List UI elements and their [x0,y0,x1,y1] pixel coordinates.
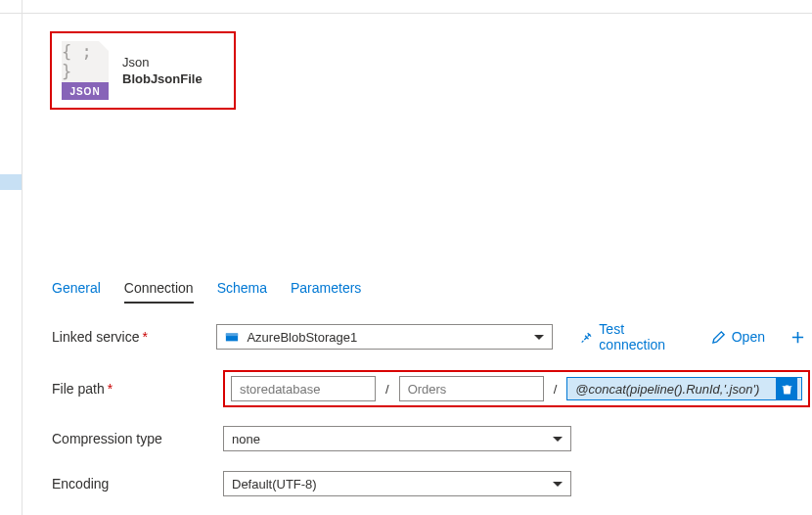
linked-service-select[interactable]: AzureBlobStorage1 [216,324,552,350]
tabs: General Connection Schema Parameters [23,274,812,304]
label-file-path: File path* [52,381,223,397]
main-panel: { ; } JSON Json BlobJsonFile General Con… [23,0,812,515]
dataset-text: Json BlobJsonFile [122,55,203,86]
encoding-select[interactable]: Default(UTF-8) [223,471,571,496]
label-compression: Compression type [52,431,223,446]
row-compression: Compression type none [52,425,812,452]
dataset-name: BlobJsonFile [122,71,203,86]
sidebar-active-marker [0,174,22,190]
tab-schema[interactable]: Schema [217,274,267,304]
json-file-glyph: { ; } [62,41,109,82]
azure-blob-icon [225,330,239,344]
compression-select[interactable]: none [223,426,571,451]
connection-form: Linked service* AzureBlobStorage1 Test c… [23,304,812,515]
sidebar [0,0,23,515]
root: { ; } JSON Json BlobJsonFile General Con… [0,0,812,515]
open-button[interactable]: Open [711,321,765,352]
row-file-path: File path* storedatabase / Orders / @con… [52,370,812,407]
folder-input[interactable]: Orders [399,376,544,401]
test-connection-button[interactable]: Test connection [580,321,686,352]
header-divider [23,0,812,14]
compression-value: none [232,432,260,446]
path-separator: / [554,382,558,397]
linked-service-actions: Test connection Open New [580,321,812,352]
pencil-icon [711,330,726,345]
tab-parameters[interactable]: Parameters [291,274,361,304]
required-mark: * [143,329,148,345]
new-button[interactable]: New [790,321,812,352]
tab-general[interactable]: General [52,274,101,304]
label-linked-service-text: Linked service [52,329,140,345]
container-input-value: storedatabase [240,382,320,397]
encoding-value: Default(UTF-8) [232,477,317,492]
label-encoding: Encoding [52,476,223,492]
plug-icon [580,330,594,345]
json-file-band: JSON [62,82,109,100]
design-canvas: { ; } JSON Json BlobJsonFile [23,14,812,264]
clear-file-expression-button[interactable] [776,378,797,399]
row-encoding: Encoding Default(UTF-8) [52,470,812,497]
chevron-down-icon [553,437,563,442]
dataset-kind: Json [122,55,203,70]
sidebar-divider [0,0,22,14]
open-label: Open [732,329,765,345]
file-path-group: storedatabase / Orders / @concat(pipelin… [223,370,810,407]
plus-icon [790,330,805,345]
json-file-icon: { ; } JSON [62,41,109,100]
folder-input-value: Orders [408,382,447,397]
chevron-down-icon [534,335,544,340]
row-linked-service: Linked service* AzureBlobStorage1 Test c… [52,321,812,352]
label-file-path-text: File path [52,381,105,397]
label-linked-service: Linked service* [52,329,216,345]
dataset-card[interactable]: { ; } JSON Json BlobJsonFile [50,31,236,110]
file-expression-value: @concat(pipeline().RunId,'.json') [575,382,759,397]
trash-icon [781,383,793,396]
test-connection-label: Test connection [599,321,685,352]
svg-rect-1 [226,334,238,337]
path-separator: / [385,382,389,397]
linked-service-value-wrap: AzureBlobStorage1 [225,330,357,345]
linked-service-value-text: AzureBlobStorage1 [247,330,357,345]
file-expression-input[interactable]: @concat(pipeline().RunId,'.json') [566,377,802,400]
container-input[interactable]: storedatabase [231,376,376,401]
chevron-down-icon [553,482,563,487]
tab-connection[interactable]: Connection [124,274,194,304]
required-mark: * [108,381,113,397]
